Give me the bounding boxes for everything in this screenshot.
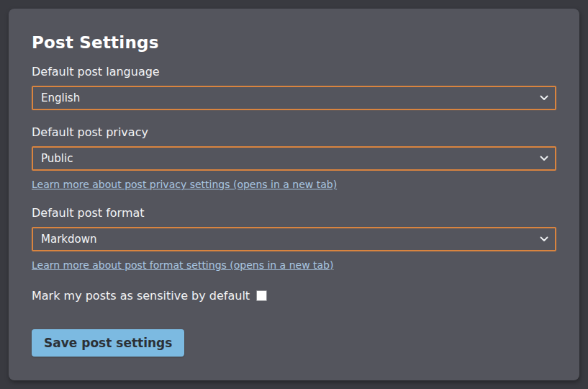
format-label: Default post format (32, 206, 556, 220)
language-label: Default post language (32, 65, 556, 79)
sensitive-checkbox[interactable] (256, 290, 267, 301)
language-select-wrap: English (32, 86, 556, 110)
privacy-select-wrap: Public (32, 146, 556, 171)
privacy-learn-more-link[interactable]: Learn more about post privacy settings (… (32, 179, 337, 190)
privacy-select[interactable]: Public (32, 146, 556, 171)
post-settings-panel: Post Settings Default post language Engl… (9, 9, 579, 380)
sensitive-row: Mark my posts as sensitive by default (32, 289, 556, 303)
privacy-label: Default post privacy (32, 125, 556, 139)
save-post-settings-button[interactable]: Save post settings (32, 329, 184, 357)
format-learn-more-link[interactable]: Learn more about post format settings (o… (32, 259, 333, 271)
format-select[interactable]: Markdown (32, 227, 556, 251)
language-select[interactable]: English (32, 86, 556, 110)
format-select-wrap: Markdown (32, 227, 556, 251)
page-title: Post Settings (32, 33, 556, 52)
sensitive-label: Mark my posts as sensitive by default (32, 289, 250, 303)
